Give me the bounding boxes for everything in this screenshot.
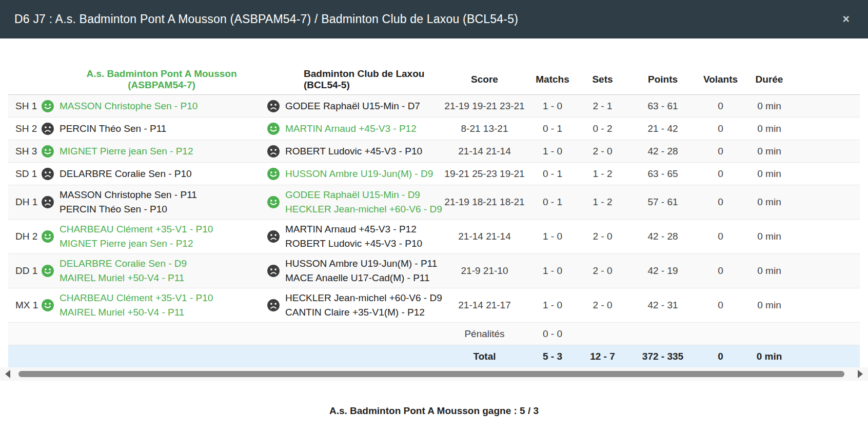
result-smiley-icon xyxy=(267,122,280,135)
score-cell: 21-19 19-21 23-21 xyxy=(440,101,529,112)
player-name: HUSSON Ambre U19-Jun(M) - D9 xyxy=(285,168,433,180)
player-name: PERCIN Théo Sen - P11 xyxy=(60,123,166,134)
result-smiley-icon xyxy=(41,264,54,278)
total-label: Total xyxy=(440,351,529,362)
match-label: SH 1 xyxy=(8,101,41,112)
duree-cell: 0 min xyxy=(745,231,794,242)
result-smiley-icon xyxy=(267,195,280,209)
away-player-names: GODEE Raphaël U15-Min - D9HECKLER Jean-m… xyxy=(285,189,442,215)
scrollbar-thumb[interactable] xyxy=(18,371,844,377)
col-header-volants: Volants xyxy=(696,74,745,85)
player-name: MAIREL Muriel +50-V4 - P11 xyxy=(60,307,213,318)
away-player-names: MARTIN Arnaud +45-V3 - P12ROBERT Ludovic… xyxy=(285,224,422,249)
away-player-names: HUSSON Ambre U19-Jun(M) - P11MACE Anaell… xyxy=(285,258,437,284)
total-points: 372 - 335 xyxy=(629,351,696,362)
close-icon[interactable]: × xyxy=(839,11,854,27)
home-player-names: MASSON Christophe Sen - P11PERCIN Théo S… xyxy=(60,189,197,215)
away-players-cell: HUSSON Ambre U19-Jun(M) - P11MACE Anaell… xyxy=(267,254,440,288)
result-smiley-icon xyxy=(267,100,280,113)
player-name: MACE Anaelle U17-Cad(M) - P11 xyxy=(285,272,437,284)
home-players-cell: CHARBEAU Clément +35-V1 - P10MIGNET Pier… xyxy=(41,220,267,253)
points-cell: 63 - 61 xyxy=(629,101,696,112)
away-players-cell: ROBERT Ludovic +45-V3 - P10 xyxy=(267,141,440,162)
home-player-names: CHARBEAU Clément +35-V1 - P10MAIREL Muri… xyxy=(60,292,213,318)
col-header-sets: Sets xyxy=(576,74,629,85)
table-row: DH 1 MASSON Christophe Sen - P11PERCIN T… xyxy=(8,185,860,220)
points-cell: 57 - 61 xyxy=(629,197,696,208)
sets-cell: 0 - 2 xyxy=(576,123,629,134)
home-team-header: A.s. Badminton Pont A Mousson (ASBPAM54-… xyxy=(41,68,267,91)
score-cell: 21-14 21-14 xyxy=(440,146,529,157)
result-smiley-icon xyxy=(267,230,280,243)
penalties-label: Pénalités xyxy=(440,328,529,340)
result-smiley-icon xyxy=(41,299,54,312)
sets-cell: 2 - 1 xyxy=(576,101,629,112)
total-duree: 0 min xyxy=(745,351,794,362)
home-players-cell: PERCIN Théo Sen - P11 xyxy=(41,118,267,140)
result-smiley-icon xyxy=(267,299,280,312)
score-cell: 19-21 25-23 19-21 xyxy=(440,168,529,180)
table-row: DH 2 CHARBEAU Clément +35-V1 - P10MIGNET… xyxy=(8,220,860,254)
player-name: MARTIN Arnaud +45-V3 - P12 xyxy=(285,224,422,235)
table-row: MX 1 CHARBEAU Clément +35-V1 - P10MAIREL… xyxy=(8,288,860,323)
horizontal-scrollbar[interactable] xyxy=(0,367,868,381)
away-player-names: HUSSON Ambre U19-Jun(M) - D9 xyxy=(285,168,433,180)
sets-cell: 2 - 0 xyxy=(576,146,629,157)
scrollbar-track[interactable] xyxy=(12,370,856,378)
total-matchs: 5 - 3 xyxy=(529,351,576,362)
result-smiley-icon xyxy=(41,230,54,243)
away-players-cell: HUSSON Ambre U19-Jun(M) - D9 xyxy=(267,163,440,185)
total-volants: 0 xyxy=(696,351,745,362)
player-name: MARTIN Arnaud +45-V3 - P12 xyxy=(285,123,417,134)
score-cell: 21-9 21-10 xyxy=(440,265,529,277)
match-label: SD 1 xyxy=(8,168,41,180)
score-cell: 21-14 21-17 xyxy=(440,300,529,311)
player-name: ROBERT Ludovic +45-V3 - P10 xyxy=(285,146,422,157)
total-row: Total 5 - 3 12 - 7 372 - 335 0 0 min xyxy=(8,345,860,367)
result-smiley-icon xyxy=(267,264,280,278)
away-players-cell: GODEE Raphaël U15-Min - D9HECKLER Jean-m… xyxy=(267,185,440,219)
duree-cell: 0 min xyxy=(745,300,794,311)
result-smiley-icon xyxy=(41,195,54,209)
points-cell: 42 - 28 xyxy=(629,146,696,157)
player-name: HUSSON Ambre U19-Jun(M) - P11 xyxy=(285,258,437,269)
home-player-names: MIGNET Pierre jean Sen - P12 xyxy=(60,146,193,157)
away-players-cell: MARTIN Arnaud +45-V3 - P12 xyxy=(267,118,440,140)
player-name: MASSON Christophe Sen - P11 xyxy=(60,189,197,201)
total-sets: 12 - 7 xyxy=(576,351,629,362)
table-row: SD 1 DELARBRE Coralie Sen - P10 xyxy=(8,163,860,185)
points-cell: 42 - 19 xyxy=(629,265,696,277)
player-name: HECKLER Jean-michel +60-V6 - D9 xyxy=(285,292,442,304)
volants-cell: 0 xyxy=(696,168,745,180)
scroll-left-icon[interactable] xyxy=(5,370,10,378)
away-players-cell: GODEE Raphaël U15-Min - D7 xyxy=(267,95,440,117)
results-table: A.s. Badminton Pont A Mousson (ASBPAM54-… xyxy=(8,38,860,367)
player-name: MIGNET Pierre jean Sen - P12 xyxy=(60,238,213,249)
volants-cell: 0 xyxy=(696,265,745,277)
volants-cell: 0 xyxy=(696,197,745,208)
result-smiley-icon xyxy=(41,100,54,113)
sets-cell: 1 - 2 xyxy=(576,197,629,208)
player-name: MAIREL Muriel +50-V4 - P11 xyxy=(60,272,187,284)
volants-cell: 0 xyxy=(696,300,745,311)
away-team-header: Badminton Club de Laxou (BCL54-5) xyxy=(267,68,440,91)
col-header-score: Score xyxy=(440,74,529,85)
score-cell: 21-19 18-21 18-21 xyxy=(440,197,529,208)
away-player-names: HECKLER Jean-michel +60-V6 - D9CANTIN Cl… xyxy=(285,292,442,318)
away-player-names: MARTIN Arnaud +45-V3 - P12 xyxy=(285,123,417,134)
duree-cell: 0 min xyxy=(745,123,794,134)
score-cell: 21-14 21-14 xyxy=(440,231,529,242)
score-cell: 8-21 13-21 xyxy=(440,123,529,134)
away-player-names: GODEE Raphaël U15-Min - D7 xyxy=(285,101,420,112)
duree-cell: 0 min xyxy=(745,265,794,277)
points-cell: 63 - 65 xyxy=(629,168,696,180)
player-name: CHARBEAU Clément +35-V1 - P10 xyxy=(60,224,213,235)
home-player-names: MASSON Christophe Sen - P10 xyxy=(60,101,198,112)
modal-title: D6 J7 : A.s. Badminton Pont A Mousson (A… xyxy=(14,12,518,26)
scroll-right-icon[interactable] xyxy=(858,370,863,378)
player-name: MASSON Christophe Sen - P10 xyxy=(60,101,198,112)
away-players-cell: MARTIN Arnaud +45-V3 - P12ROBERT Ludovic… xyxy=(267,220,440,253)
matchs-cell: 0 - 1 xyxy=(529,197,576,208)
penalties-row: Pénalités 0 - 0 xyxy=(8,323,860,345)
matchs-cell: 1 - 0 xyxy=(529,300,576,311)
